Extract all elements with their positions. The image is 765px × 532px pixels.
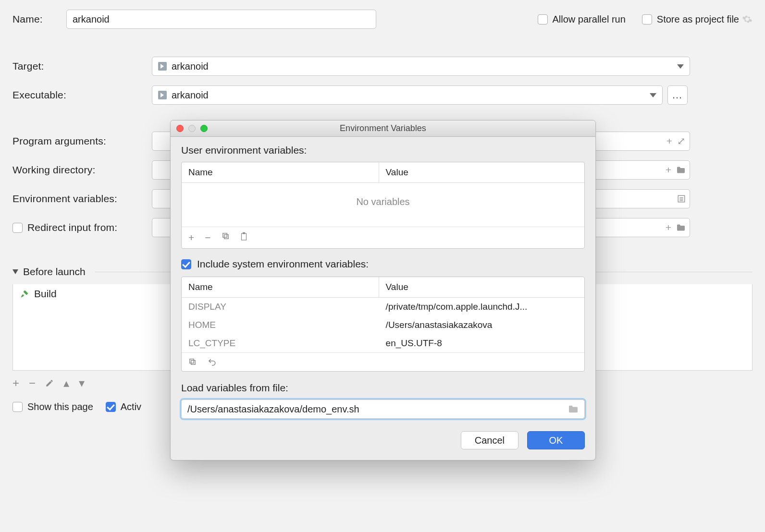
add-button[interactable]: + xyxy=(12,376,19,390)
checkbox-icon xyxy=(538,14,548,24)
copy-icon[interactable] xyxy=(188,358,197,366)
folder-icon[interactable] xyxy=(568,405,579,413)
remove-button[interactable]: − xyxy=(205,232,210,243)
var-name: LC_CTYPE xyxy=(182,334,379,352)
store-project-checkbox[interactable]: Store as project file xyxy=(642,14,739,25)
activate-checkbox[interactable]: Activ xyxy=(106,401,141,412)
expand-icon[interactable]: ⤢ xyxy=(677,135,686,147)
executable-more-button[interactable]: … xyxy=(667,85,688,105)
column-name[interactable]: Name xyxy=(182,162,379,182)
name-value: arkanoid xyxy=(73,14,110,25)
dialog-title: Environment Variables xyxy=(171,123,595,133)
column-value[interactable]: Value xyxy=(379,277,584,297)
var-value: en_US.UTF-8 xyxy=(379,334,584,352)
svg-rect-4 xyxy=(224,235,228,239)
env-vars-dialog: Environment Variables User environment v… xyxy=(170,120,596,460)
env-vars-label: Environment variables: xyxy=(12,193,117,204)
show-page-checkbox[interactable]: Show this page xyxy=(12,401,93,412)
load-file-label: Load variables from file: xyxy=(181,382,585,394)
allow-parallel-label: Allow parallel run xyxy=(553,14,626,25)
var-value: /Users/anastasiakazakova xyxy=(379,316,584,334)
target-icon xyxy=(158,62,167,71)
hammer-icon xyxy=(20,289,29,299)
ok-button[interactable]: OK xyxy=(527,431,585,449)
allow-parallel-checkbox[interactable]: Allow parallel run xyxy=(538,14,626,25)
svg-rect-5 xyxy=(222,233,227,238)
triangle-down-icon xyxy=(12,269,18,274)
target-label: Target: xyxy=(12,60,44,72)
undo-icon[interactable] xyxy=(207,358,217,366)
user-vars-label: User environment variables: xyxy=(181,145,585,156)
folder-icon[interactable] xyxy=(676,224,686,231)
cancel-label: Cancel xyxy=(475,435,505,446)
store-project-label: Store as project file xyxy=(657,14,739,25)
down-button[interactable]: ▾ xyxy=(79,376,85,390)
ok-label: OK xyxy=(549,435,563,446)
list-icon[interactable] xyxy=(677,194,686,203)
svg-rect-7 xyxy=(243,232,245,234)
name-label: Name: xyxy=(12,13,43,24)
user-vars-table[interactable]: Name Value No variables + − xyxy=(181,162,585,249)
table-row[interactable]: DISPLAY/private/tmp/com.apple.launchd.J.… xyxy=(182,298,584,316)
load-file-input[interactable]: /Users/anastasiakazakova/demo_env.sh xyxy=(181,399,585,419)
no-variables-text: No variables xyxy=(182,183,584,227)
column-name[interactable]: Name xyxy=(182,277,379,297)
chevron-down-icon xyxy=(677,64,684,69)
copy-icon[interactable] xyxy=(222,232,230,243)
svg-rect-9 xyxy=(190,359,194,363)
gear-icon[interactable] xyxy=(742,14,753,24)
include-sys-checkbox[interactable]: Include system environment variables: xyxy=(181,258,585,270)
name-input[interactable]: arkanoid xyxy=(66,10,376,29)
checkbox-icon xyxy=(642,14,652,24)
executable-label: Executable: xyxy=(12,89,66,100)
svg-rect-6 xyxy=(241,233,246,240)
remove-button[interactable]: − xyxy=(29,376,36,390)
table-row[interactable]: LC_CTYPEen_US.UTF-8 xyxy=(182,334,584,352)
show-page-label: Show this page xyxy=(27,401,93,412)
edit-button[interactable] xyxy=(45,379,54,387)
var-name: DISPLAY xyxy=(182,298,379,316)
executable-icon xyxy=(158,91,167,99)
folder-icon[interactable] xyxy=(676,166,686,174)
plus-icon[interactable]: + xyxy=(666,164,671,176)
include-sys-label: Include system environment variables: xyxy=(197,258,369,270)
add-button[interactable]: + xyxy=(188,232,194,243)
program-args-label: Program arguments: xyxy=(12,135,106,146)
cancel-button[interactable]: Cancel xyxy=(461,431,518,449)
working-dir-label: Working directory: xyxy=(12,164,95,175)
plus-icon[interactable]: + xyxy=(666,222,671,233)
table-row[interactable]: HOME/Users/anastasiakazakova xyxy=(182,316,584,334)
target-value: arkanoid xyxy=(172,61,209,72)
list-item-label: Build xyxy=(34,288,57,300)
before-launch-label: Before launch xyxy=(23,266,86,278)
column-value[interactable]: Value xyxy=(379,162,584,182)
executable-value: arkanoid xyxy=(172,90,209,101)
var-name: HOME xyxy=(182,316,379,334)
load-file-value: /Users/anastasiakazakova/demo_env.sh xyxy=(187,404,359,415)
activate-label: Activ xyxy=(121,401,141,412)
checkbox-icon xyxy=(106,402,116,412)
chevron-down-icon xyxy=(650,93,656,97)
target-select[interactable]: arkanoid xyxy=(152,57,690,76)
redirect-checkbox[interactable] xyxy=(12,223,23,233)
dialog-titlebar[interactable]: Environment Variables xyxy=(171,121,595,137)
executable-select[interactable]: arkanoid xyxy=(152,85,663,105)
checkbox-icon xyxy=(12,402,23,412)
plus-icon[interactable]: + xyxy=(666,135,672,147)
checkbox-icon xyxy=(181,259,191,269)
redirect-label: Redirect input from: xyxy=(27,222,117,233)
var-value: /private/tmp/com.apple.launchd.J... xyxy=(379,298,584,316)
sys-vars-table[interactable]: Name Value DISPLAY/private/tmp/com.apple… xyxy=(181,277,585,372)
up-button[interactable]: ▴ xyxy=(63,376,69,390)
svg-rect-8 xyxy=(191,361,196,365)
paste-icon[interactable] xyxy=(240,232,247,243)
